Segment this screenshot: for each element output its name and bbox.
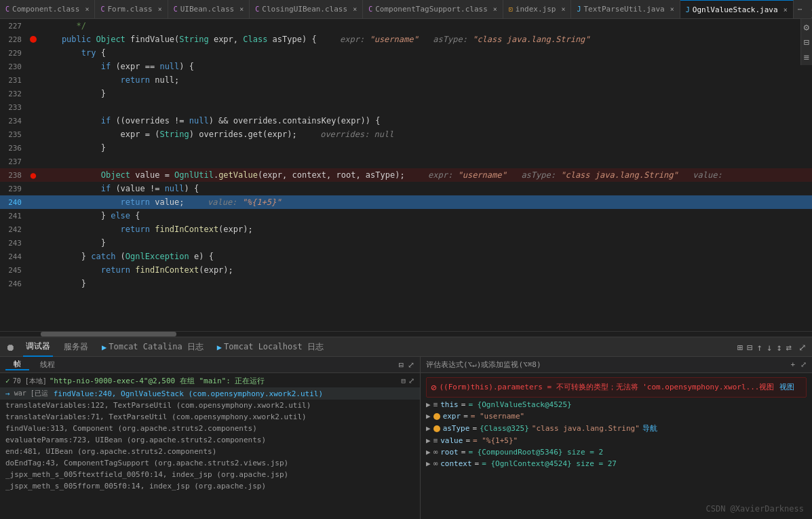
local-var-label: 70 [本地] bbox=[13, 377, 47, 386]
table-icon[interactable]: ⊞ bbox=[737, 342, 742, 353]
code-line-241: 241 } else { bbox=[0, 209, 812, 223]
code-text-232: } bbox=[39, 89, 812, 98]
eval-context-val: = {OgnlContext@4524} size = 27 bbox=[482, 459, 617, 468]
tab-icon-uibean: C bbox=[174, 5, 178, 13]
frame-5[interactable]: evaluateParams:723, UIBean (org.apache.s… bbox=[0, 434, 420, 446]
settings-icon[interactable]: ⚙ bbox=[804, 22, 809, 33]
expand-this-icon[interactable]: ▶ bbox=[426, 400, 431, 409]
add-watch-icon[interactable]: + bbox=[790, 360, 795, 369]
editor-right-toolbar: ⚙ ⊟ ≡ bbox=[800, 19, 812, 65]
tab-closinguibean[interactable]: C ClosingUIBean.class × bbox=[250, 0, 363, 19]
restore-icon[interactable]: ⇄ bbox=[786, 342, 792, 353]
code-line-227: 227 */ bbox=[0, 19, 812, 33]
tab-icon-ognl: J bbox=[686, 6, 690, 14]
frame-9[interactable]: _jspx_meth_s_005fform_005f0:14, index_js… bbox=[0, 480, 420, 492]
step-over-icon[interactable]: ↕ bbox=[776, 342, 781, 353]
split-icon[interactable]: ⊟ bbox=[804, 37, 809, 47]
play-icon: ▶ bbox=[102, 343, 107, 352]
reader-mode-button[interactable]: 阅读器模式 bbox=[806, 0, 812, 19]
expand-frames-icon[interactable]: ⤢ bbox=[408, 360, 414, 370]
tab-close-uibean[interactable]: × bbox=[239, 5, 244, 13]
frame-3[interactable]: translateVariables:71, TextParseUtil (co… bbox=[0, 411, 420, 423]
tab-bar: C Component.class × C Form.class × C UIB… bbox=[0, 0, 812, 19]
up-arrow-icon[interactable]: ↑ bbox=[756, 342, 762, 353]
tab-close-component[interactable]: × bbox=[85, 5, 89, 13]
bottom-tab-tomcat-localhost[interactable]: ▶ Tomcat Localhost 日志 bbox=[214, 338, 326, 357]
tab-close-closinguibean[interactable]: × bbox=[353, 5, 357, 13]
frame-text-8: _jspx_meth_s_005ftextfield_005f0:14, ind… bbox=[5, 470, 288, 479]
frame-4[interactable]: findValue:313, Component (org.apache.str… bbox=[0, 423, 420, 434]
filter-thread-icon[interactable]: ⊟ bbox=[401, 377, 406, 385]
bottom-tab-server[interactable]: 服务器 bbox=[61, 338, 91, 357]
frames-tab-threads[interactable]: 线程 bbox=[32, 360, 63, 370]
eval-header: 评估表达式(⌥↵)或添加监视(⌥⌘8) + ⤢ bbox=[421, 357, 812, 373]
eval-context-key: context bbox=[440, 459, 471, 468]
tab-componenttag[interactable]: C ComponentTagSupport.class × bbox=[363, 0, 503, 19]
tab-close-form[interactable]: × bbox=[158, 5, 162, 13]
eval-root-item: ▶ ∞ root = = {CompoundRoot@5346} size = … bbox=[426, 446, 807, 458]
down-arrow-icon[interactable]: ↓ bbox=[767, 342, 772, 353]
eval-astype-item: ▶ asType = {Class@325} "class java.lang.… bbox=[426, 422, 807, 435]
frames-list: ✓ 70 [本地] "http-nio-9000-exec-4"@2,500 在… bbox=[0, 373, 420, 519]
list-icon-value: ≡ bbox=[433, 436, 438, 445]
frames-tab-frames[interactable]: 帧 bbox=[5, 359, 29, 370]
tab-uibean[interactable]: C UIBean.class × bbox=[168, 0, 250, 19]
error-breakpoint-238[interactable]: ● bbox=[31, 170, 36, 180]
thread-header[interactable]: ✓ 70 [本地] "http-nio-9000-exec-4"@2,500 在… bbox=[0, 374, 420, 387]
frame-7[interactable]: doEndTag:43, ComponentTagSupport (org.ap… bbox=[0, 457, 420, 469]
scroll-icon[interactable]: ≡ bbox=[804, 52, 809, 62]
frame-8[interactable]: _jspx_meth_s_005ftextfield_005f0:14, ind… bbox=[0, 469, 420, 480]
expand-astype-icon[interactable]: ▶ bbox=[426, 424, 431, 433]
code-line-232: 232 } bbox=[0, 87, 812, 100]
code-text-243: } bbox=[39, 238, 812, 248]
frame-2[interactable]: translateVariables:122, TextParseUtil (c… bbox=[0, 400, 420, 411]
code-line-231: 231 return null; bbox=[0, 73, 812, 87]
frame-6[interactable]: end:481, UIBean (org.apache.struts2.comp… bbox=[0, 446, 420, 457]
split-panel-icon[interactable]: ⊟ bbox=[747, 342, 752, 353]
expand-eval-icon[interactable]: ⤢ bbox=[800, 360, 807, 369]
tab-label-form: Form.class bbox=[107, 5, 152, 14]
code-line-246: 246 } bbox=[0, 277, 812, 290]
editor-area: 227 */ 228 public Object findValue(Strin… bbox=[0, 19, 812, 331]
eval-value-item: ▶ ≡ value = = "%{1+5}" bbox=[426, 435, 807, 446]
code-text-227: */ bbox=[39, 21, 812, 31]
list-icon: ≡ bbox=[433, 400, 438, 409]
code-text-240: return value; value: "%{1+5}" bbox=[39, 197, 812, 207]
horizontal-scrollbar[interactable] bbox=[0, 331, 812, 337]
tab-close-componenttag[interactable]: × bbox=[493, 5, 497, 13]
debug-icon[interactable]: ⏺ bbox=[5, 342, 15, 353]
tab-icon-index: ⊡ bbox=[509, 5, 513, 13]
breakpoint-228[interactable] bbox=[30, 36, 37, 43]
thread-status: "http-nio-9000-exec-4"@2,500 在组 "main": … bbox=[50, 376, 265, 386]
tab-index[interactable]: ⊡ index.jsp × bbox=[503, 0, 572, 19]
code-line-240: 240 return value; value: "%{1+5}" bbox=[0, 195, 812, 209]
expand-expr-icon[interactable]: ▶ bbox=[426, 412, 431, 421]
bottom-tab-debugger[interactable]: 调试器 bbox=[23, 338, 53, 357]
eval-expr-val: = "username" bbox=[471, 412, 524, 421]
tab-close-textparse[interactable]: × bbox=[670, 5, 674, 13]
expand-value-icon[interactable]: ▶ bbox=[426, 436, 431, 445]
eval-astype-nav[interactable]: 导航 bbox=[642, 423, 657, 434]
tab-form[interactable]: C Form.class × bbox=[95, 0, 168, 19]
code-text-230: if (expr == null) { bbox=[39, 62, 812, 71]
expand-context-icon[interactable]: ▶ bbox=[426, 459, 431, 468]
tab-ognlvaluestack[interactable]: J OgnlValueStack.java × bbox=[680, 0, 794, 19]
expand-thread-icon[interactable]: ⤢ bbox=[408, 377, 414, 385]
bottom-tab-tomcat-catalina[interactable]: ▶ Tomcat Catalina 日志 bbox=[99, 338, 206, 357]
code-text-239: if (value != null) { bbox=[39, 184, 812, 193]
filter-icon[interactable]: ⊟ bbox=[399, 360, 404, 370]
tab-close-index[interactable]: × bbox=[561, 5, 565, 13]
code-text-229: try { bbox=[39, 48, 812, 58]
inf-icon-context: ∞ bbox=[433, 459, 438, 468]
tab-overflow-button[interactable]: ⋯ bbox=[794, 5, 807, 14]
tab-textparse[interactable]: J TextParseUtil.java × bbox=[571, 0, 680, 19]
code-text-241: } else { bbox=[39, 211, 812, 220]
tab-close-ognl[interactable]: × bbox=[784, 6, 788, 14]
maximize-icon[interactable]: ⤢ bbox=[798, 342, 807, 353]
eval-error-view-link[interactable]: 视图 bbox=[779, 382, 794, 392]
code-line-234: 234 if ((overrides != null) && overrides… bbox=[0, 114, 812, 128]
expand-root-icon[interactable]: ▶ bbox=[426, 448, 431, 457]
frame-current[interactable]: → war [已运 findValue:240, OgnlValueStack … bbox=[0, 387, 420, 400]
tab-label-index: index.jsp bbox=[516, 5, 556, 14]
tab-component[interactable]: C Component.class × bbox=[0, 0, 95, 19]
